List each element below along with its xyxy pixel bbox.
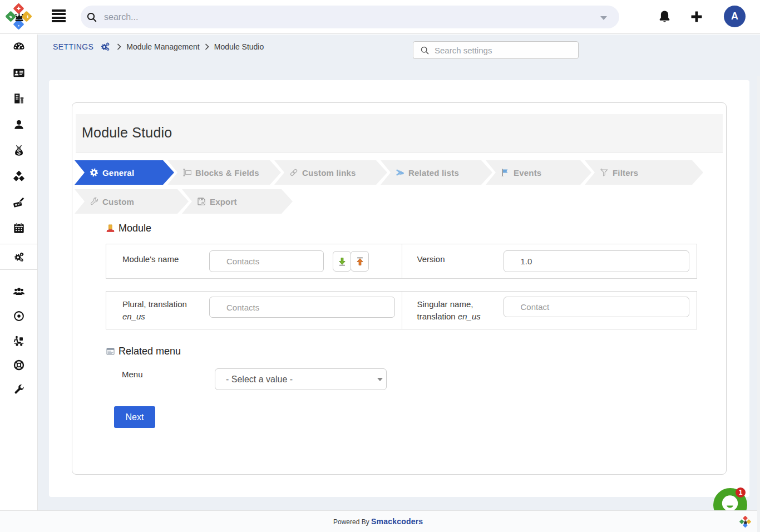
tab-general[interactable]: General bbox=[75, 160, 174, 185]
tabs-row-2: Custom Export bbox=[75, 189, 293, 214]
search-icon bbox=[87, 12, 97, 22]
settings-search bbox=[413, 41, 579, 59]
module-section-heading: Module bbox=[106, 223, 151, 234]
export-orange-arrow-icon bbox=[356, 257, 364, 266]
footer-text: Powered By Smackcoders bbox=[333, 517, 423, 526]
top-navbar: search... A bbox=[0, 0, 760, 34]
funnel-icon bbox=[600, 168, 609, 177]
main-area: SETTINGS Module Management Module Studio… bbox=[38, 35, 760, 510]
module-fields-row-1: Module's name Version bbox=[106, 244, 697, 279]
tab-filters[interactable]: Filters bbox=[585, 160, 703, 185]
tab-label: Events bbox=[514, 168, 541, 178]
screen: search... A bbox=[0, 0, 760, 532]
settings-cogs-icon bbox=[98, 41, 112, 52]
breadcrumb-settings-link[interactable]: SETTINGS bbox=[53, 42, 93, 51]
menu-icon[interactable] bbox=[52, 9, 66, 23]
tab-label: Filters bbox=[613, 168, 638, 178]
save-gear-icon bbox=[197, 197, 206, 206]
tab-label: General bbox=[102, 168, 134, 178]
wrench-icon bbox=[90, 197, 98, 206]
footer-brand-link[interactable]: Smackcoders bbox=[371, 517, 423, 526]
bricks-icon bbox=[106, 224, 115, 233]
sidebar-item-tools-icon[interactable] bbox=[0, 377, 37, 402]
gear-icon bbox=[90, 168, 98, 177]
singular-label: Singular name,translation en_us bbox=[417, 298, 481, 323]
version-label: Version bbox=[417, 253, 445, 265]
sidebar-item-organization-icon[interactable] bbox=[0, 86, 37, 111]
scrollbar-track[interactable] bbox=[757, 76, 760, 532]
settings-search-input[interactable] bbox=[435, 42, 574, 58]
breadcrumb-module-studio[interactable]: Module Studio bbox=[214, 42, 264, 51]
chevron-right-icon bbox=[205, 43, 209, 50]
tab-events[interactable]: Events bbox=[486, 160, 591, 185]
sidebar-item-contacts-icon[interactable] bbox=[0, 60, 37, 86]
dropdown-caret-icon[interactable] bbox=[600, 16, 607, 20]
tab-label: Custom links bbox=[302, 168, 356, 178]
version-input[interactable] bbox=[504, 250, 689, 272]
export-module-button[interactable] bbox=[351, 251, 369, 272]
module-section-title: Module bbox=[119, 223, 151, 234]
module-name-cell: Module's name bbox=[106, 244, 402, 278]
module-studio-card: Module Studio General Blocks & Fields Cu… bbox=[72, 102, 727, 475]
related-menu-title: Related menu bbox=[119, 346, 181, 357]
left-sidebar bbox=[0, 35, 38, 510]
user-avatar[interactable]: A bbox=[724, 6, 746, 27]
import-green-arrow-icon bbox=[338, 257, 347, 266]
sidebar-item-products-icon[interactable] bbox=[0, 164, 37, 189]
tab-custom[interactable]: Custom bbox=[75, 189, 189, 214]
tab-label: Related lists bbox=[408, 168, 459, 178]
menu-select[interactable]: - Select a value - bbox=[215, 368, 387, 390]
sidebar-item-target-icon[interactable] bbox=[0, 303, 37, 329]
plural-label: Plural, translationen_us bbox=[122, 298, 187, 323]
flag-icon bbox=[501, 168, 510, 177]
search-icon bbox=[421, 46, 429, 55]
sidebar-item-users-icon[interactable] bbox=[0, 279, 37, 304]
singular-translation-input[interactable] bbox=[504, 297, 689, 317]
module-name-label: Module's name bbox=[122, 253, 179, 265]
version-cell: Version bbox=[402, 244, 697, 278]
global-search-placeholder: search... bbox=[104, 12, 138, 22]
related-menu-heading: Related menu bbox=[106, 346, 181, 357]
textfield-icon bbox=[182, 168, 191, 177]
singular-cell: Singular name,translation en_us bbox=[402, 292, 697, 329]
plural-translation-input[interactable] bbox=[209, 297, 395, 318]
global-search-input[interactable]: search... bbox=[81, 6, 619, 28]
plural-cell: Plural, translationen_us bbox=[106, 292, 402, 329]
module-name-input[interactable] bbox=[209, 250, 324, 272]
tab-custom-links[interactable]: Custom links bbox=[274, 160, 387, 185]
module-fields-row-2: Plural, translationen_us Singular name,t… bbox=[106, 291, 697, 329]
tab-export[interactable]: Export bbox=[182, 189, 293, 214]
tab-related-lists[interactable]: Related lists bbox=[381, 160, 492, 185]
link-icon bbox=[289, 168, 298, 177]
chevron-right-icon bbox=[117, 43, 121, 50]
related-arrows-icon bbox=[396, 168, 404, 177]
tabs-row-1: General Blocks & Fields Custom links Rel… bbox=[75, 160, 703, 185]
footer-logo-icon bbox=[739, 516, 751, 528]
content-panel: Module Studio General Blocks & Fields Cu… bbox=[49, 80, 749, 497]
sidebar-item-support-icon[interactable] bbox=[0, 352, 37, 378]
page-title: Module Studio bbox=[82, 125, 172, 141]
menu-label: Menu bbox=[122, 370, 143, 379]
tab-label: Custom bbox=[102, 197, 134, 206]
sidebar-item-settings-icon[interactable] bbox=[0, 244, 37, 270]
breadcrumb-module-management[interactable]: Module Management bbox=[126, 42, 200, 51]
next-button[interactable]: Next bbox=[114, 406, 155, 428]
menu-list-icon bbox=[106, 347, 115, 356]
plus-icon[interactable] bbox=[691, 11, 702, 23]
chat-notification-badge[interactable]: 1 bbox=[736, 487, 746, 497]
breadcrumb: SETTINGS Module Management Module Studio bbox=[53, 41, 264, 53]
sidebar-item-porter-icon[interactable] bbox=[0, 328, 37, 354]
sidebar-item-tickets-icon[interactable] bbox=[0, 190, 37, 215]
tab-label: Blocks & Fields bbox=[195, 168, 259, 178]
bell-icon[interactable] bbox=[659, 10, 670, 23]
tab-blocks-fields[interactable]: Blocks & Fields bbox=[167, 160, 281, 185]
sidebar-item-leads-icon[interactable] bbox=[0, 112, 37, 137]
sidebar-item-opportunities-icon[interactable] bbox=[0, 137, 37, 163]
card-header: Module Studio bbox=[76, 114, 723, 152]
sidebar-item-dashboard-icon[interactable] bbox=[0, 34, 37, 60]
import-module-button[interactable] bbox=[333, 251, 351, 272]
sidebar-item-calendar-icon[interactable] bbox=[0, 215, 37, 241]
footer: Powered By Smackcoders bbox=[0, 510, 760, 532]
tab-label: Export bbox=[210, 197, 237, 206]
app-logo-icon[interactable] bbox=[6, 3, 32, 29]
